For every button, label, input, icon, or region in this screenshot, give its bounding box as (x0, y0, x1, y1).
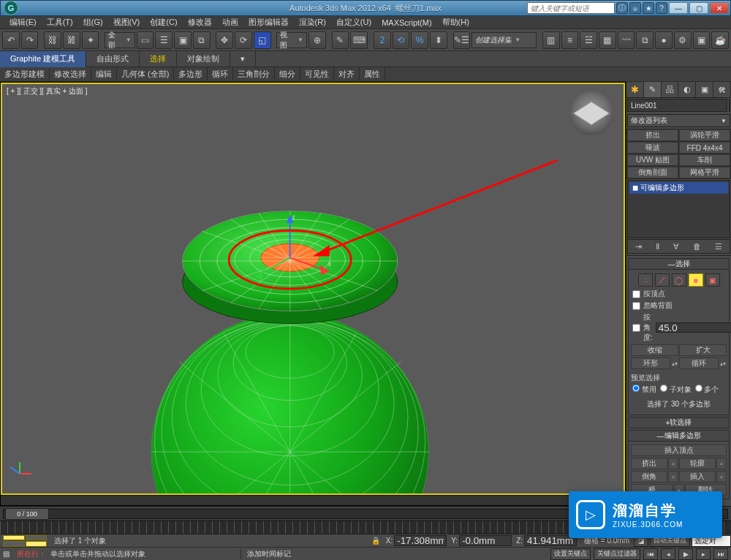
menu-grapheditors[interactable]: 图形编辑器 (243, 17, 294, 28)
align-button[interactable]: ≡ (561, 31, 579, 49)
cp-tab-motion[interactable]: ◐ (678, 82, 696, 97)
ribbon-tab-freeform[interactable]: 自由形式 (86, 51, 140, 67)
rp-loop[interactable]: 循环 (208, 67, 233, 82)
radio-multi[interactable]: 多个 (695, 385, 719, 395)
rp-modsel[interactable]: 修改选择 (50, 67, 91, 82)
object-name-input[interactable] (627, 99, 727, 112)
cp-tab-hierarchy[interactable]: 品 (662, 82, 679, 97)
named-selection-dropdown[interactable]: 创建选择集▼ (471, 32, 537, 48)
btn-ep-inset[interactable]: 插入 (679, 471, 716, 483)
configure-sets-icon[interactable]: ☰ (715, 242, 722, 251)
mod-turbosmooth[interactable]: 涡轮平滑 (679, 129, 730, 141)
viewport-hscroll[interactable] (1, 495, 625, 505)
btn-grow[interactable]: 扩大 (679, 344, 727, 356)
ref-coord-dropdown[interactable]: 视图▼ (276, 32, 306, 48)
select-object-button[interactable]: ▭ (137, 31, 154, 49)
rp-vis[interactable]: 可见性 (300, 67, 334, 82)
subobj-polygon[interactable]: ■ (689, 273, 703, 287)
selection-filter-dropdown[interactable]: 全部▼ (105, 32, 135, 48)
rollout-selection[interactable]: — 选择 (628, 258, 730, 270)
menu-modifiers[interactable]: 修改器 (183, 17, 217, 28)
play-button[interactable]: ▶ (678, 548, 693, 560)
play-next-button[interactable]: ▸ (696, 548, 711, 560)
select-scale-button[interactable]: ◱ (254, 31, 271, 49)
mirror-button[interactable]: ▥ (542, 31, 560, 49)
play-prev-button[interactable]: ◂ (661, 548, 675, 560)
selection-lock-icon[interactable]: 🔒 (371, 537, 380, 545)
btn-shrink[interactable]: 收缩 (631, 344, 678, 356)
select-rotate-button[interactable]: ⟳ (235, 31, 252, 49)
menu-help[interactable]: 帮助(H) (437, 17, 474, 28)
schematic-view-button[interactable]: ⧉ (636, 31, 654, 49)
modifier-list-dropdown[interactable]: 修改器列表▼ (627, 114, 730, 127)
menu-view[interactable]: 视图(V) (108, 17, 145, 28)
menu-custom[interactable]: 自定义(U) (331, 17, 376, 28)
close-button[interactable]: ✕ (710, 2, 729, 14)
menu-tools[interactable]: 工具(T) (42, 17, 78, 28)
mod-extrude[interactable]: 挤出 (627, 129, 678, 141)
ring-spin-icon[interactable]: ▴▾ (671, 357, 678, 369)
subobj-vertex[interactable]: ∴ (638, 273, 653, 287)
coord-x-input[interactable] (394, 535, 447, 546)
extrude-settings-icon[interactable]: ▫ (668, 458, 678, 469)
subobj-element[interactable]: ▣ (705, 273, 720, 287)
menu-group[interactable]: 组(G) (78, 17, 108, 28)
redo-button[interactable]: ↷ (21, 31, 39, 49)
btn-insert-vertex[interactable]: 插入顶点 (631, 444, 727, 456)
rp-polymodel[interactable]: 多边形建模 (0, 67, 50, 82)
rp-geomall[interactable]: 几何体 (全部) (117, 67, 174, 82)
undo-button[interactable]: ↶ (2, 31, 20, 49)
curve-editor-button[interactable]: 〰 (618, 31, 635, 49)
ribbon-expand-button[interactable]: ▾ (230, 51, 256, 67)
play-start-button[interactable]: ⏮ (643, 548, 658, 560)
edit-selection-button[interactable]: ✎☰ (453, 31, 471, 49)
btn-loop[interactable]: 循环 (679, 357, 719, 369)
mod-bevelprof[interactable]: 倒角剖面 (627, 167, 678, 178)
angle-spinner[interactable] (656, 322, 731, 333)
loop-spin-icon[interactable]: ▴▾ (719, 357, 727, 369)
btn-ep-bevel[interactable]: 倒角 (631, 471, 667, 483)
mod-ffd[interactable]: FFD 4x4x4 (679, 142, 730, 154)
menu-create[interactable]: 创建(C) (145, 17, 182, 28)
bevel-settings-icon[interactable]: ▫ (668, 471, 678, 483)
subobj-border[interactable]: ◯ (672, 273, 686, 287)
menu-render[interactable]: 渲染(R) (294, 17, 331, 28)
make-unique-icon[interactable]: ∀ (673, 242, 679, 251)
manipulate-button[interactable]: ✎ (332, 31, 349, 49)
coord-y-input[interactable] (459, 535, 512, 546)
select-region-button[interactable]: ▣ (174, 31, 192, 49)
ribbon-tab-selection[interactable]: 选择 (140, 51, 177, 67)
render-button[interactable]: ☕ (711, 31, 729, 49)
radio-subobj[interactable]: 子对象 (660, 385, 692, 395)
radio-disable[interactable]: 禁用 (632, 385, 656, 395)
minimize-button[interactable]: — (669, 2, 688, 14)
show-end-result-icon[interactable]: Ⅱ (656, 242, 659, 251)
snap-percent-button[interactable]: % (411, 31, 428, 49)
favorite-icon[interactable]: ★ (643, 2, 654, 14)
rp-align[interactable]: 对齐 (334, 67, 360, 82)
btn-ep-outline[interactable]: 轮廓 (679, 458, 716, 469)
rp-edit[interactable]: 编辑 (91, 67, 117, 82)
cp-tab-utilities[interactable]: 🛠 (713, 82, 731, 97)
render-setup-button[interactable]: ⚙ (674, 31, 692, 49)
keyboard-shortcut-button[interactable]: ⌨ (350, 31, 368, 49)
pivot-center-button[interactable]: ⊕ (308, 31, 326, 49)
rp-poly[interactable]: 多边形 (174, 67, 208, 82)
viewport-layout-picker[interactable] (3, 535, 47, 547)
inset-settings-icon[interactable]: ▫ (716, 471, 727, 483)
chk-by-angle[interactable]: 按角度: (632, 312, 653, 343)
select-by-name-button[interactable]: ☰ (155, 31, 173, 49)
help-search-input[interactable] (527, 2, 615, 14)
outline-settings-icon[interactable]: ▫ (716, 458, 727, 469)
render-frame-button[interactable]: ▣ (693, 31, 711, 49)
material-editor-button[interactable]: ● (655, 31, 673, 49)
layer-manager-button[interactable]: ☱ (580, 31, 597, 49)
add-time-tag[interactable]: 添加时间标记 (240, 549, 291, 559)
ribbon-tab-graphite[interactable]: Graphite 建模工具 (0, 51, 86, 67)
rp-sub[interactable]: 细分 (275, 67, 300, 82)
viewport-perspective[interactable]: [ + ][ 正交 ][ 真实 + 边面 ] (1, 83, 625, 495)
mod-noise[interactable]: 噪波 (627, 142, 678, 154)
ribbon-tab-objpaint[interactable]: 对象绘制 (177, 51, 230, 67)
remove-modifier-icon[interactable]: 🗑 (693, 242, 701, 251)
viewcube[interactable] (569, 91, 613, 135)
